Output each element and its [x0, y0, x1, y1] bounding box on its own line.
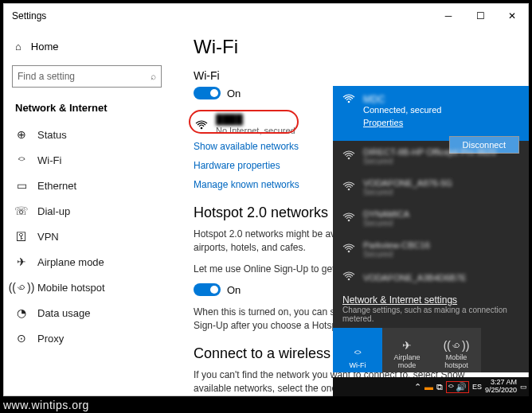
nav-icon: ◔ [15, 306, 28, 319]
nav-icon: ☏ [15, 205, 28, 217]
tile-icon: ((꩜)) [444, 339, 470, 352]
sidebar-item-ethernet[interactable]: ▭Ethernet [4, 173, 170, 198]
home-item[interactable]: ⌂ Home [4, 34, 170, 59]
notifications-icon[interactable]: ▭ [520, 383, 527, 391]
tile-wi-fi[interactable]: ⌔Wi-Fi [333, 328, 382, 372]
sidebar-item-wi-fi[interactable]: ⌔Wi-Fi [4, 147, 170, 173]
sidebar-item-dial-up[interactable]: ☏Dial-up [4, 198, 170, 224]
nav-label: Wi-Fi [37, 154, 61, 166]
home-icon: ⌂ [15, 41, 22, 53]
sidebar-item-airplane-mode[interactable]: ✈Airplane mode [4, 249, 170, 275]
svg-point-3 [348, 189, 350, 191]
nav-icon: ⚿ [15, 230, 28, 243]
section-header: Network & Internet [4, 97, 170, 122]
tray: ⌃ ▬ ⧉ ⌔ 🔊 ES [414, 381, 482, 393]
available-network[interactable]: VODAFONE_A3B4D6B7E [333, 265, 529, 290]
language-indicator[interactable]: ES [472, 383, 482, 391]
tile-label: Wi-Fi [350, 361, 366, 369]
titlebar: Settings ─ ☐ ✕ [4, 4, 528, 28]
volume-icon[interactable]: 🔊 [456, 382, 467, 392]
watermark: www.wintips.org [3, 399, 89, 411]
wifi-icon [342, 212, 355, 224]
svg-point-4 [348, 220, 350, 222]
page-title: Wi-Fi [194, 36, 504, 58]
nav-icon: ((꩜)) [15, 281, 28, 294]
search-input[interactable]: Find a setting ⌕ [12, 65, 162, 88]
hotspot-toggle[interactable] [194, 283, 221, 296]
nav-label: Airplane mode [37, 256, 104, 268]
network-flyout: MDC Connected, secured Properties Discon… [333, 86, 529, 372]
available-network[interactable]: VODAFONE_A876-5GSecured [333, 172, 529, 203]
network-icon[interactable]: ⧉ [436, 382, 443, 392]
wifi-toggle[interactable] [194, 87, 221, 99]
available-network[interactable]: DYNAMICASecured [333, 203, 529, 234]
home-label: Home [31, 41, 59, 53]
flyout-settings-title: Network & Internet settings [342, 294, 519, 306]
tile-mobile-hotspot[interactable]: ((꩜))Mobile hotspot [432, 328, 481, 372]
nav-label: Mobile hotspot [37, 282, 105, 294]
nav-label: VPN [37, 231, 59, 243]
wifi-subtitle: Wi-Fi [194, 69, 504, 82]
svg-point-1 [348, 101, 350, 103]
nav-icon: ⌔ [15, 154, 28, 166]
nav-icon: ▭ [15, 179, 28, 192]
flyout-current-network[interactable]: MDC Connected, secured Properties Discon… [333, 86, 529, 141]
flyout-settings-link[interactable]: Network & Internet settings Change setti… [333, 290, 529, 328]
window-title: Settings [12, 10, 46, 21]
svg-point-6 [348, 279, 350, 281]
sidebar-item-mobile-hotspot[interactable]: ((꩜))Mobile hotspot [4, 275, 170, 300]
sidebar-item-proxy[interactable]: ⊙Proxy [4, 325, 170, 351]
wifi-icon [342, 271, 355, 283]
available-network[interactable]: Parkview-CBC16Secured [333, 234, 529, 265]
wifi-state: On [227, 88, 241, 99]
nav-icon: ⊕ [15, 128, 28, 141]
flyout-ssid: MDC [363, 94, 385, 105]
maximize-button[interactable]: ☐ [464, 4, 496, 28]
wifi-icon [342, 94, 355, 106]
available-network[interactable]: DIRECT-8B-HP Officejet Pro 8620Secured [333, 141, 449, 172]
battery-icon[interactable]: ▬ [424, 382, 433, 392]
hotspot-state: On [227, 284, 241, 296]
tile-label: Airplane mode [384, 353, 430, 369]
tile-icon: ⌔ [354, 347, 361, 360]
clock[interactable]: 3:27 AM 9/25/2020 [485, 379, 517, 395]
wifi-icon [342, 150, 355, 162]
search-icon: ⌕ [151, 71, 156, 82]
nav-label: Data usage [37, 307, 91, 319]
flyout-status: Connected, secured [363, 105, 519, 115]
svg-point-2 [348, 158, 350, 160]
sidebar-item-vpn[interactable]: ⚿VPN [4, 224, 170, 249]
taskbar: ⌃ ▬ ⧉ ⌔ 🔊 ES 3:27 AM 9/25/2020 ▭ [333, 377, 529, 396]
flyout-settings-sub: Change settings, such as making a connec… [342, 306, 519, 323]
wifi-icon [342, 181, 355, 193]
wifi-icon [342, 244, 355, 255]
minimize-button[interactable]: ─ [432, 4, 464, 28]
sidebar-item-status[interactable]: ⊕Status [4, 122, 170, 147]
nav-label: Proxy [37, 333, 64, 345]
svg-point-5 [348, 251, 350, 253]
nav-icon: ✈ [15, 255, 28, 268]
wifi-tray-icon[interactable]: ⌔ [448, 382, 454, 392]
close-button[interactable]: ✕ [496, 4, 528, 28]
nav-label: Dial-up [37, 205, 70, 217]
tile-icon: ✈ [402, 339, 412, 352]
nav-icon: ⊙ [15, 332, 28, 345]
sidebar-item-data-usage[interactable]: ◔Data usage [4, 300, 170, 325]
search-placeholder: Find a setting [18, 71, 75, 82]
highlight-annotation [189, 110, 299, 134]
sidebar: ⌂ Home Find a setting ⌕ Network & Intern… [4, 28, 170, 395]
nav-label: Ethernet [37, 180, 76, 192]
properties-link[interactable]: Properties [363, 118, 403, 127]
tile-airplane-mode[interactable]: ✈Airplane mode [382, 328, 432, 372]
nav-label: Status [37, 129, 67, 141]
tile-label: Mobile hotspot [433, 353, 479, 369]
chevron-up-icon[interactable]: ⌃ [414, 382, 421, 392]
